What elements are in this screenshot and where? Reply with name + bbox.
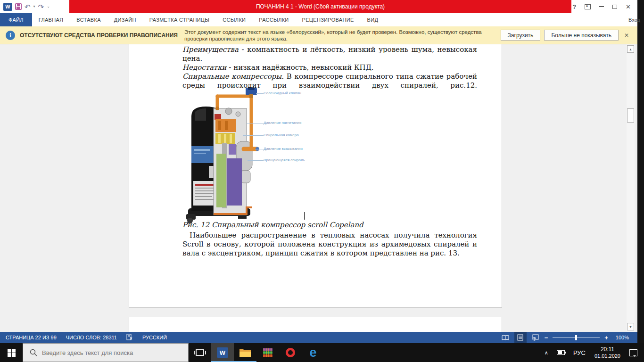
- download-button[interactable]: Загрузить: [501, 30, 541, 41]
- taskbar-explorer-button[interactable]: [234, 343, 256, 362]
- save-icon: [15, 3, 22, 10]
- taskbar-edge-button[interactable]: e: [302, 343, 324, 362]
- system-tray: ∧ РУС 20:11 01.01.2020: [540, 343, 644, 362]
- figure-caption: Рис. 12 Спиральный компрессор scroll Cop…: [182, 221, 363, 229]
- next-page-top[interactable]: [129, 317, 502, 332]
- zoom-in-button[interactable]: +: [604, 334, 608, 341]
- word-titlebar: W ↶ ▾ ↷ ⌄ ПОЧАНИН 4 1 - Word (Сбой актив…: [0, 0, 637, 13]
- ribbon-display-options-button[interactable]: [585, 4, 591, 9]
- taskbar-search-box[interactable]: [23, 343, 189, 362]
- warning-message: Этот документ содержит текст на языке «б…: [184, 29, 501, 42]
- warning-title: ОТСУТСТВУЮТ СРЕДСТВА ПРОВЕРКИ ПРАВОПИСАН…: [20, 32, 178, 39]
- desktop-screen: W ↶ ▾ ↷ ⌄ ПОЧАНИН 4 1 - Word (Сбой актив…: [0, 0, 644, 362]
- tab-review[interactable]: РЕЦЕНЗИРОВАНИЕ: [296, 13, 361, 26]
- action-center-button[interactable]: [625, 349, 644, 356]
- vertical-scrollbar[interactable]: ▲ ▼: [627, 44, 635, 332]
- scrollbar-thumb[interactable]: [627, 108, 634, 123]
- figure-label-suction-pressure: Давление всасывания: [264, 147, 303, 151]
- figure-label-discharge-pressure: Давление нагнетания: [264, 121, 301, 125]
- taskbar-opera-button[interactable]: [279, 343, 302, 362]
- word-count[interactable]: ЧИСЛО СЛОВ: 28311: [61, 335, 122, 340]
- leader-line: [255, 149, 264, 149]
- status-bar: СТРАНИЦА 22 ИЗ 99 ЧИСЛО СЛОВ: 28311 РУСС…: [0, 332, 637, 343]
- tab-references[interactable]: ССЫЛКИ: [216, 13, 252, 26]
- battery-status[interactable]: [553, 350, 569, 355]
- edge-icon: e: [309, 346, 316, 359]
- clock-date: 01.01.2020: [594, 353, 620, 359]
- redo-button[interactable]: ↷: [38, 3, 44, 10]
- ribbon-tab-row: ФАЙЛ ГЛАВНАЯ ВСТАВКА ДИЗАЙН РАЗМЕТКА СТР…: [0, 13, 637, 26]
- figure-label-solenoid-valve: Соленоидный клапан: [264, 91, 301, 95]
- taskbar-word-button[interactable]: W: [211, 343, 234, 362]
- paragraph-scroll-technology: Наибольшее распространение в тепловых на…: [182, 231, 477, 258]
- taskbar-winrar-button[interactable]: [256, 343, 279, 362]
- input-language-indicator[interactable]: РУС: [569, 349, 590, 356]
- task-view-button[interactable]: [189, 343, 211, 362]
- file-explorer-icon: [239, 348, 251, 357]
- taskbar-clock[interactable]: 20:11 01.01.2020: [590, 346, 625, 359]
- leader-line: [248, 160, 264, 161]
- tab-mailings[interactable]: РАССЫЛКИ: [252, 13, 295, 26]
- save-button[interactable]: [15, 3, 22, 10]
- zoom-out-button[interactable]: −: [545, 334, 548, 341]
- figure-label-scroll-chamber: Спиральная камера: [264, 133, 299, 137]
- leader-line: [256, 93, 264, 94]
- clock-time: 20:11: [594, 346, 620, 353]
- language-indicator[interactable]: РУССКИЙ: [138, 335, 172, 340]
- word-icon: W: [217, 347, 228, 358]
- document-area: Преимущества - компактность и лёгкость, …: [0, 44, 637, 332]
- tray-overflow-chevron[interactable]: ∧: [540, 350, 553, 356]
- paragraph-advantages: Преимущества - компактность и лёгкость, …: [182, 45, 477, 90]
- print-layout-button[interactable]: [514, 332, 527, 343]
- tab-file[interactable]: ФАЙЛ: [0, 13, 32, 26]
- opera-icon: [286, 348, 295, 357]
- windows-taskbar: W e ∧ РУС 20:11 01.01.2020: [0, 343, 644, 362]
- quick-access-toolbar: W ↶ ▾ ↷ ⌄: [0, 0, 69, 13]
- web-layout-button[interactable]: [529, 332, 542, 343]
- close-button[interactable]: ✕: [626, 4, 631, 10]
- figure-label-rotating-scroll: Вращающаяся спираль: [264, 158, 305, 162]
- undo-dropdown-icon[interactable]: ▾: [33, 5, 35, 8]
- tab-design[interactable]: ДИЗАЙН: [107, 13, 143, 26]
- undo-button[interactable]: ↶: [25, 3, 31, 10]
- warning-close-icon[interactable]: ✕: [622, 32, 633, 39]
- battery-icon: [557, 350, 565, 355]
- read-mode-button[interactable]: [499, 332, 512, 343]
- proofing-warning-bar: i ОТСУТСТВУЮТ СРЕДСТВА ПРОВЕРКИ ПРАВОПИС…: [0, 26, 637, 44]
- proofing-error-icon[interactable]: [122, 334, 138, 341]
- leader-line: [247, 123, 264, 123]
- action-center-icon: [629, 349, 637, 356]
- compressor-image: [185, 88, 314, 225]
- maximize-button[interactable]: [612, 5, 617, 9]
- search-input[interactable]: [42, 349, 179, 356]
- help-button[interactable]: ?: [572, 4, 576, 10]
- scroll-up-button[interactable]: ▲: [627, 45, 634, 53]
- tab-home[interactable]: ГЛАВНАЯ: [32, 13, 70, 26]
- compressor-figure[interactable]: Соленоидный клапан Давление нагнетания С…: [185, 88, 314, 225]
- text-cursor: [304, 212, 305, 220]
- customize-qat-button[interactable]: ⌄: [47, 5, 50, 8]
- dont-show-again-button[interactable]: Больше не показывать: [544, 30, 619, 41]
- scroll-down-button[interactable]: ▼: [627, 323, 634, 330]
- tab-page-layout[interactable]: РАЗМЕТКА СТРАНИЦЫ: [143, 13, 216, 26]
- leader-line: [243, 135, 264, 136]
- minimize-button[interactable]: [599, 6, 604, 7]
- page-indicator[interactable]: СТРАНИЦА 22 ИЗ 99: [0, 335, 61, 340]
- tab-insert[interactable]: ВСТАВКА: [70, 13, 107, 26]
- winrar-icon: [263, 347, 273, 358]
- word-app-icon: W: [3, 3, 12, 11]
- document-page[interactable]: Преимущества - компактность и лёгкость, …: [129, 44, 502, 308]
- zoom-level[interactable]: 100%: [611, 335, 634, 340]
- windows-logo-icon: [8, 349, 16, 357]
- start-button[interactable]: [0, 343, 23, 362]
- window-title: ПОЧАНИН 4 1 - Word (Сбой активации проду…: [69, 0, 571, 13]
- zoom-slider[interactable]: [553, 337, 600, 338]
- task-view-icon: [196, 349, 204, 356]
- info-icon: i: [6, 31, 15, 40]
- window-controls: ? ✕: [571, 0, 637, 13]
- search-icon: [30, 349, 37, 356]
- zoom-slider-thumb[interactable]: [575, 335, 577, 340]
- tab-view[interactable]: ВИД: [361, 13, 385, 26]
- signin-link[interactable]: Вход: [628, 13, 640, 26]
